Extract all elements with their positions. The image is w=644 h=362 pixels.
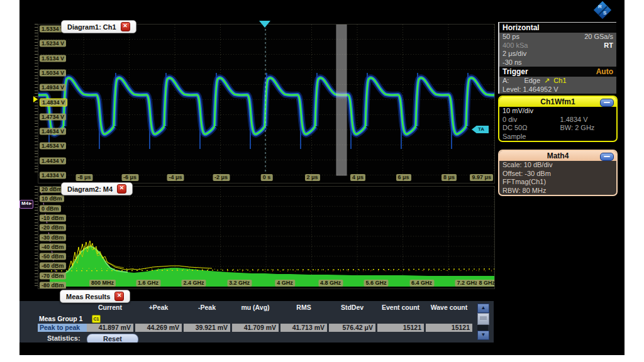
reset-statistics-button[interactable]: Reset: [87, 334, 138, 343]
horizontal-trigger-panel[interactable]: Horizontal 50 ps 20 GSa/s 400 kSa RT 2 μ…: [498, 22, 616, 94]
diagram1-waveform-canvas: [38, 25, 494, 183]
sample-rate-value: 20 GSa/s: [584, 33, 613, 41]
trigger-row-source: A: Edge ↗ Ch1: [499, 77, 616, 85]
ch1wfm1-dialog[interactable]: Ch1Wfm1 10 mV/div 0 div 1.4834 V DC 50Ω …: [498, 96, 618, 142]
results-column-header: Current: [87, 304, 133, 311]
scroll-up-icon[interactable]: ▲: [477, 304, 489, 313]
ch1wfm1-minimize-icon[interactable]: [600, 99, 614, 107]
math4-header[interactable]: Math4: [499, 151, 616, 161]
ch1-coupling-value: DC 50Ω: [502, 124, 560, 133]
results-column-header: +Peak: [135, 304, 182, 311]
ch1-position-value: 0 div: [502, 116, 560, 124]
math4-row-rbw: RBW: 80 MHz: [499, 187, 616, 195]
results-column-header: StdDev: [329, 304, 375, 311]
logo-letter-s: S: [603, 10, 606, 16]
math4-offset-value: Offset: -30 dBm: [502, 170, 551, 178]
results-value-cell: 39.921 mV: [184, 324, 230, 332]
results-column-header: -Peak: [184, 304, 230, 311]
oscilloscope-app: R S: [19, 0, 625, 355]
ch1-decimation-value: Sample: [502, 133, 526, 141]
results-value-cell: 44.269 mV: [135, 324, 182, 332]
math4-title: Math4: [547, 151, 569, 160]
ch1wfm1-header[interactable]: Ch1Wfm1: [499, 97, 616, 107]
tab-diagram1[interactable]: Diagram1: Ch1 ✕: [61, 20, 136, 33]
resolution-value: 50 ps: [502, 33, 519, 41]
results-value-cell: 41.713 mV: [280, 324, 327, 332]
results-value-cell: 576.42 μV: [329, 324, 375, 332]
acq-mode-value: RT: [604, 41, 613, 50]
math4-row-scale: Scale: 10 dB/div: [499, 161, 616, 170]
tab-meas-results-label: Meas Results: [66, 293, 110, 300]
math4-offset-marker[interactable]: M4: [19, 200, 33, 209]
statistics-label: Statistics:: [47, 334, 80, 342]
channel1-source-badge: C1: [92, 315, 101, 323]
horizontal-row-resolution: 50 ps 20 GSa/s: [499, 33, 616, 41]
rising-edge-icon: ↗: [544, 77, 550, 85]
tab-diagram2-label: Diagram2: M4: [67, 185, 113, 193]
trigger-type-value: Edge: [524, 77, 540, 85]
ch1-row-decimation: Sample: [499, 133, 616, 141]
results-group-label[interactable]: Meas Group 1: [39, 315, 82, 322]
scrollbar-thumb[interactable]: [477, 313, 489, 325]
ch1-row-coupling: DC 50Ω BW: 2 GHz: [499, 124, 616, 133]
diagram1-plot-area[interactable]: 1.5334 V1.5234 V1.5134 V1.5034 V1.4934 V…: [38, 24, 495, 184]
results-value-cell: 15121: [426, 324, 472, 332]
logo-letter-r: R: [598, 4, 602, 9]
math4-rbw-value: RBW: 80 MHz: [502, 187, 546, 195]
results-value-cells: 41.897 mV44.269 mV39.921 mV41.709 mV41.7…: [87, 324, 474, 332]
trigger-header[interactable]: Trigger Auto: [499, 67, 616, 77]
horizontal-row-record: 400 kSa RT: [499, 41, 616, 50]
math4-dialog[interactable]: Math4 Scale: 10 dB/div Offset: -30 dBm F…: [498, 150, 618, 196]
ch1wfm1-title: Ch1Wfm1: [540, 97, 575, 106]
math4-row-expression: FFTmag(Ch1): [499, 178, 616, 187]
trigger-level-value: Level: 1.464952 V: [502, 85, 558, 94]
rohde-schwarz-logo-icon: R S: [594, 2, 611, 19]
math4-row-offset: Offset: -30 dBm: [499, 170, 616, 178]
results-column-header: Event count: [377, 304, 424, 311]
results-value-cell: 41.709 mV: [232, 324, 279, 332]
math4-expression-value: FFTmag(Ch1): [502, 178, 546, 187]
record-length-value: 400 kSa: [502, 41, 528, 50]
horizontal-row-position: -30 ns: [499, 58, 616, 67]
horizontal-row-scale: 2 μs/div: [499, 50, 616, 58]
horizontal-header[interactable]: Horizontal: [499, 23, 616, 33]
results-value-cell: 41.897 mV: [87, 324, 133, 332]
diagram1-close-icon[interactable]: ✕: [121, 22, 130, 31]
results-column-header: Wave count: [426, 304, 472, 311]
results-scrollbar[interactable]: ▲ ▼: [477, 304, 488, 340]
timebase-scale-value: 2 μs/div: [502, 50, 526, 58]
tab-diagram1-label: Diagram1: Ch1: [67, 23, 116, 31]
trigger-title: Trigger: [502, 67, 528, 76]
trigger-position-marker-icon[interactable]: [259, 21, 270, 28]
ch1-row-position: 0 div 1.4834 V: [499, 116, 616, 124]
horizontal-title: Horizontal: [502, 23, 540, 32]
ch1-offset-value: 1.4834 V: [560, 116, 588, 124]
trigger-source-value: Ch1: [553, 77, 566, 85]
ch1-bandwidth-value: BW: 2 GHz: [560, 124, 595, 133]
diagram2-close-icon[interactable]: ✕: [117, 184, 126, 194]
results-column-header: RMS: [280, 304, 327, 311]
results-row-label[interactable]: Peak to peak: [38, 324, 87, 332]
trigger-row-level: Level: 1.464952 V: [499, 85, 616, 94]
trigger-mode-value: Auto: [596, 67, 613, 76]
results-value-cell: 15121: [377, 324, 424, 332]
meas-results-close-icon[interactable]: ✕: [114, 292, 124, 301]
tab-meas-results[interactable]: Meas Results ✕: [60, 290, 130, 303]
math4-scale-value: Scale: 10 dB/div: [502, 161, 553, 170]
diagram2-spectrum-canvas: [38, 187, 494, 288]
timebase-position-value: -30 ns: [502, 58, 522, 67]
meas-results-panel: Current+Peak-Peakmu (Avg)RMSStdDevEvent …: [19, 301, 494, 343]
math4-minimize-icon[interactable]: [600, 153, 614, 161]
tab-diagram2[interactable]: Diagram2: M4 ✕: [61, 182, 133, 195]
trigger-a-label: A:: [502, 77, 509, 85]
results-column-header: mu (Avg): [232, 304, 279, 311]
scroll-down-icon[interactable]: ▼: [477, 331, 489, 340]
channel1-offset-marker-icon[interactable]: [33, 96, 38, 102]
results-column-headers: Current+Peak-Peakmu (Avg)RMSStdDevEvent …: [87, 304, 474, 311]
diagram2-plot-area[interactable]: 20 dBm10 dBm0 dBm-10 dBm-20 dBm-30 dBm-4…: [38, 186, 495, 289]
ch1-scale-value: 10 mV/div: [502, 107, 533, 116]
ch1-row-scale: 10 mV/div: [499, 107, 616, 116]
